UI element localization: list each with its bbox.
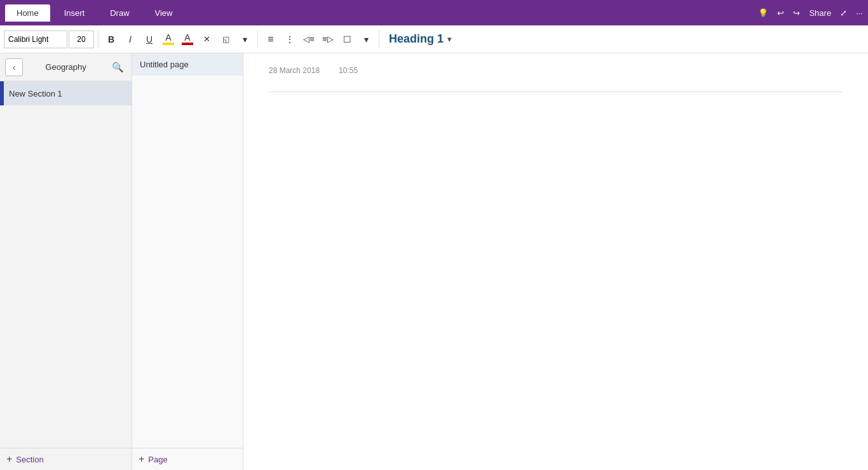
page-title-input[interactable] <box>269 93 843 111</box>
undo-icon[interactable]: ↩ <box>777 8 784 18</box>
page-item-label: Untitled page <box>140 60 189 69</box>
style-eraser-button[interactable]: ◱ <box>217 30 234 48</box>
style-eraser-icon: ◱ <box>222 35 229 44</box>
page-item[interactable]: Untitled page <box>132 53 243 76</box>
indent-decrease-icon: ◁≡ <box>303 34 315 44</box>
indent-increase-icon: ≡▷ <box>322 34 334 44</box>
add-page-icon: + <box>139 453 144 465</box>
font-color-letter: A <box>184 33 190 42</box>
expand-icon[interactable]: ⤢ <box>840 8 847 18</box>
checkbox-dropdown-button[interactable]: ▾ <box>357 30 375 48</box>
notebook-title: Geography <box>23 62 109 72</box>
more-icon[interactable]: ··· <box>856 8 863 18</box>
bullet-list-icon: ≡ <box>268 34 273 45</box>
bullet-list-button[interactable]: ≡ <box>262 30 280 48</box>
section-color-bar <box>0 81 4 105</box>
underline-button[interactable]: U <box>140 30 158 48</box>
redo-icon[interactable]: ↪ <box>793 8 800 18</box>
share-button[interactable]: Share <box>809 8 831 18</box>
font-name-input[interactable] <box>4 30 67 48</box>
main-container: ‹ Geography 🔍 New Section 1 + Section Un… <box>0 53 868 470</box>
toolbar-separator-2 <box>257 30 258 48</box>
add-section-footer[interactable]: + Section <box>0 448 132 470</box>
heading-style-selector[interactable]: Heading 1 ▾ <box>383 29 485 50</box>
checkbox-dropdown-arrow: ▾ <box>364 34 369 44</box>
formatting-toolbar: B I U A A ✕ ◱ ▾ ≡ ⋮ ◁≡ ≡▷ ☐ ▾ Heading 1 … <box>0 25 868 53</box>
add-section-label: Section <box>16 455 43 464</box>
numbered-list-icon: ⋮ <box>285 34 294 44</box>
page-date-divider <box>269 91 843 92</box>
numbered-list-button[interactable]: ⋮ <box>281 30 299 48</box>
add-section-icon: + <box>6 453 12 465</box>
pages-panel: Untitled page + Page <box>132 53 243 470</box>
italic-button[interactable]: I <box>121 30 139 48</box>
highlight-color-bar <box>163 43 174 45</box>
style-dropdown-arrow: ▾ <box>243 34 247 44</box>
eraser-button[interactable]: ✕ <box>198 30 215 48</box>
add-page-label: Page <box>148 455 167 464</box>
heading-style-label: Heading 1 <box>389 32 444 46</box>
content-area[interactable]: 28 March 2018 10:55 <box>243 53 868 470</box>
back-button[interactable]: ‹ <box>5 58 23 76</box>
section-label: New Section 1 <box>9 89 62 98</box>
tab-view[interactable]: View <box>144 4 184 22</box>
tab-bar-right: 💡 ↩ ↪ Share ⤢ ··· <box>758 8 863 18</box>
font-color-bar <box>182 43 193 45</box>
page-date-row: 28 March 2018 10:55 <box>269 66 843 75</box>
eraser-icon: ✕ <box>203 34 210 44</box>
search-button[interactable]: 🔍 <box>109 58 126 76</box>
lightbulb-icon[interactable]: 💡 <box>758 8 768 18</box>
page-time: 10:55 <box>339 66 358 75</box>
bold-button[interactable]: B <box>102 30 120 48</box>
tab-draw[interactable]: Draw <box>98 4 140 22</box>
section-item[interactable]: New Section 1 <box>0 81 132 105</box>
sections-panel: ‹ Geography 🔍 New Section 1 + Section <box>0 53 132 470</box>
font-size-input[interactable] <box>69 30 94 48</box>
page-date: 28 March 2018 <box>269 66 320 75</box>
toolbar-separator-1 <box>98 30 98 48</box>
sections-header: ‹ Geography 🔍 <box>0 53 132 81</box>
indent-increase-button[interactable]: ≡▷ <box>319 30 337 48</box>
toolbar-separator-3 <box>379 30 379 48</box>
heading-style-arrow: ▾ <box>447 35 451 44</box>
style-dropdown-button[interactable]: ▾ <box>236 30 254 48</box>
highlight-button[interactable]: A <box>159 30 177 48</box>
font-color-button[interactable]: A <box>179 30 196 48</box>
tab-home[interactable]: Home <box>5 4 50 22</box>
tab-insert[interactable]: Insert <box>53 4 97 22</box>
checkbox-button[interactable]: ☐ <box>338 30 356 48</box>
tab-bar: Home Insert Draw View 💡 ↩ ↪ Share ⤢ ··· <box>0 0 868 25</box>
highlight-letter: A <box>165 33 171 42</box>
back-icon: ‹ <box>13 62 16 72</box>
search-icon: 🔍 <box>112 62 124 73</box>
add-page-footer[interactable]: + Page <box>132 448 243 470</box>
checkbox-icon: ☐ <box>343 34 351 44</box>
indent-decrease-button[interactable]: ◁≡ <box>300 30 318 48</box>
